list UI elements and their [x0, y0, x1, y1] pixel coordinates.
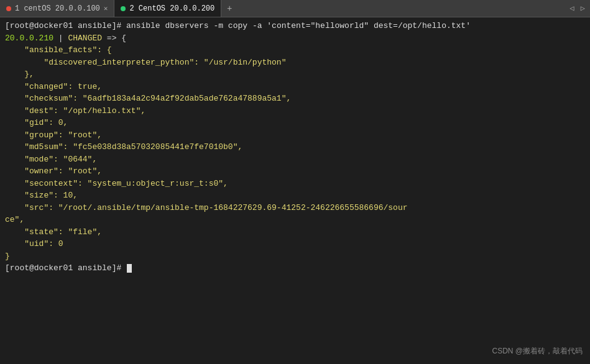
terminal-line-15: "size": 10,	[5, 189, 585, 202]
terminal-line-3: "ansible_facts": {	[5, 44, 585, 57]
terminal-line-12: "mode": "0644",	[5, 153, 585, 166]
terminal-line-19: }	[5, 250, 585, 263]
terminal-line-13: "owner": "root",	[5, 165, 585, 178]
tab-1-label: 1 centOS 20.0.0.100	[15, 4, 100, 13]
watermark: CSDN @搬着砖，敲着代码	[492, 346, 583, 357]
final-prompt: [root@docker01 ansible]#	[5, 263, 126, 273]
terminal-line-9: "gid": 0,	[5, 117, 585, 129]
terminal-line-4: "discovered_interpreter_python": "/usr/b…	[5, 57, 585, 69]
tab-1[interactable]: 1 centOS 20.0.0.100 ✕	[0, 0, 114, 17]
tab-bar: 1 centOS 20.0.0.100 ✕ 2 CentOS 20.0.0.20…	[0, 0, 590, 17]
tab-2-dot	[121, 6, 126, 11]
terminal-line-1: [root@docker01 ansible]# ansible dbserve…	[5, 20, 585, 32]
tab-2[interactable]: 2 CentOS 20.0.0.200	[114, 0, 221, 17]
terminal-line-18: "uid": 0	[5, 238, 585, 250]
terminal[interactable]: [root@docker01 ansible]# ansible dbserve…	[0, 17, 590, 364]
result-host: 20.0.0.210	[5, 34, 53, 43]
nav-prev-arrow[interactable]: ◁	[568, 2, 577, 14]
terminal-line-8: "dest": "/opt/hello.txt",	[5, 105, 585, 117]
terminal-line-7: "checksum": "6adfb183a4a2c94a2f92dab5ade…	[5, 93, 585, 105]
terminal-line-5: },	[5, 68, 585, 81]
terminal-line-6: "changed": true,	[5, 81, 585, 93]
terminal-line-17: "state": "file",	[5, 226, 585, 239]
result-pipe: |	[53, 34, 68, 43]
tab-add-button[interactable]: +	[221, 0, 237, 17]
result-status: CHANGED	[68, 34, 102, 43]
nav-next-arrow[interactable]: ▷	[578, 2, 588, 14]
cursor-block	[127, 264, 132, 273]
tab-1-dot	[6, 6, 11, 11]
terminal-line-10: "group": "root",	[5, 129, 585, 142]
tab-1-close[interactable]: ✕	[104, 4, 108, 12]
terminal-line-20: [root@docker01 ansible]#	[5, 262, 585, 275]
tab-2-label: 2 CentOS 20.0.0.200	[129, 4, 214, 13]
prompt-symbol: [root@docker01 ansible]#	[5, 21, 126, 30]
terminal-line-14: "secontext": "system_u:object_r:usr_t:s0…	[5, 178, 585, 190]
terminal-line-2: 20.0.0.210 | CHANGED => {	[5, 32, 585, 45]
terminal-line-16a: "src": "/root/.ansible/tmp/ansible-tmp-1…	[5, 202, 585, 214]
result-arrow: => {	[102, 34, 126, 43]
nav-arrows: ◁ ▷	[568, 0, 590, 17]
command-text: ansible dbservers -m copy -a 'content="h…	[126, 21, 471, 30]
terminal-line-16b: ce",	[5, 214, 585, 226]
terminal-line-11: "md5sum": "fc5e038d38a57032085441e7fe701…	[5, 141, 585, 153]
